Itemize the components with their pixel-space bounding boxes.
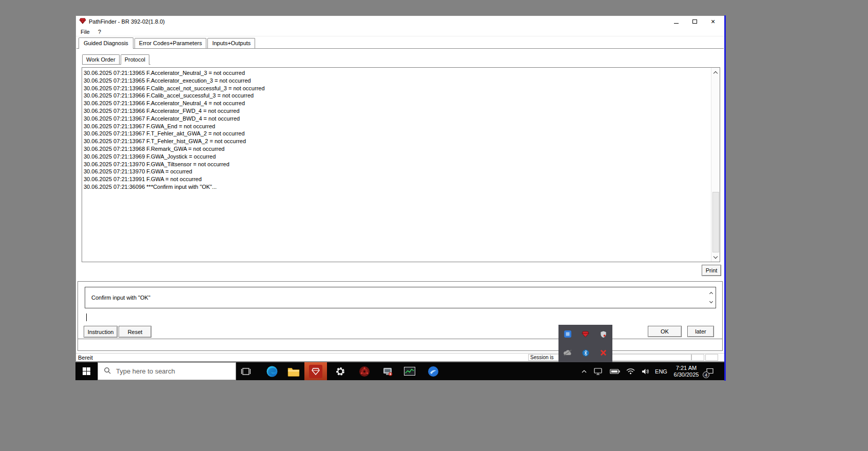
log-line: 30.06.2025 07:21:13966 F.Calib_accel_not… bbox=[84, 85, 710, 92]
status-panel-2 bbox=[705, 354, 718, 361]
clock-time: 7:21 AM bbox=[676, 365, 697, 371]
log-lines: 30.06.2025 07:21:13965 F.Accelerator_Neu… bbox=[84, 69, 710, 262]
reset-button[interactable]: Reset bbox=[119, 326, 151, 338]
taskbar-search-input[interactable]: Type here to search bbox=[98, 362, 236, 380]
cloud-offline-icon[interactable] bbox=[558, 344, 576, 363]
taskbar: Type here to search bbox=[75, 362, 725, 380]
red-x-icon[interactable] bbox=[594, 344, 612, 363]
status-panel-1 bbox=[691, 354, 704, 361]
notification-badge: 4 bbox=[703, 371, 709, 378]
log-scrollbar[interactable] bbox=[711, 68, 720, 262]
window-title: PathFinder - BR 392-02(1.8.0) bbox=[89, 18, 165, 25]
scroll-thumb[interactable] bbox=[712, 192, 719, 252]
log-line: 30.06.2025 07:21:13970 F.GWA = occurred bbox=[84, 168, 710, 175]
chevron-up-icon bbox=[582, 370, 587, 373]
instruction-panel: Confirm input with "OK" Instruction Rese… bbox=[78, 281, 723, 351]
blue-app-icon[interactable] bbox=[558, 325, 576, 344]
blue-app-button[interactable] bbox=[422, 362, 445, 380]
message-scroll-down-icon[interactable] bbox=[709, 300, 713, 303]
protocol-log: 30.06.2025 07:21:13965 F.Accelerator_Neu… bbox=[82, 67, 720, 262]
log-line: 30.06.2025 07:21:13965 F.Accelerator_exe… bbox=[84, 77, 710, 85]
language-indicator[interactable]: ENG bbox=[653, 362, 669, 380]
speaker-button[interactable] bbox=[640, 362, 650, 380]
instruction-text: Confirm input with "OK" bbox=[91, 295, 150, 301]
chart-app-icon bbox=[404, 367, 415, 376]
search-placeholder: Type here to search bbox=[116, 367, 175, 375]
bluetooth-icon[interactable] bbox=[576, 344, 594, 363]
message-scroll-up-icon[interactable] bbox=[709, 292, 713, 296]
later-button[interactable]: later bbox=[687, 326, 714, 337]
tray-chevron-button[interactable] bbox=[580, 362, 588, 380]
chevron-up-icon bbox=[713, 71, 718, 75]
settings-taskbar-button[interactable] bbox=[329, 362, 352, 380]
tab-error-codes-parameters[interactable]: Error Codes+Parameters bbox=[134, 38, 207, 48]
tray-monitor-button[interactable] bbox=[593, 362, 603, 380]
log-line: 30.06.2025 07:21:13966 F.Calib_accel_suc… bbox=[84, 92, 710, 100]
titlebar[interactable]: PathFinder - BR 392-02(1.8.0) × bbox=[76, 16, 724, 27]
statusbar: Bereit Session is bbox=[76, 353, 724, 361]
red-ring-app-icon bbox=[359, 366, 370, 377]
start-button[interactable] bbox=[75, 362, 97, 380]
red-ring-app-button[interactable] bbox=[353, 362, 376, 380]
log-line: 30.06.2025 07:21:13967 F.GWA_End = not o… bbox=[84, 123, 710, 130]
menu-help[interactable]: ? bbox=[98, 29, 101, 35]
scroll-down-button[interactable] bbox=[711, 253, 720, 261]
text-caret bbox=[86, 313, 87, 321]
clock-date: 6/30/2025 bbox=[674, 371, 699, 378]
log-line: 30.06.2025 07:21:13965 F.Accelerator_Neu… bbox=[84, 69, 710, 77]
menubar: File ? bbox=[76, 27, 724, 36]
device-app-icon bbox=[382, 366, 393, 377]
command-input[interactable] bbox=[85, 312, 716, 323]
instruction-message-box: Confirm input with "OK" bbox=[85, 287, 716, 308]
pathfinder-taskbar-button[interactable] bbox=[304, 362, 327, 380]
tab-guided-diagnosis[interactable]: Guided Diagnosis bbox=[79, 37, 133, 49]
file-explorer-icon bbox=[287, 366, 300, 377]
edge-taskbar-button[interactable] bbox=[261, 362, 283, 380]
log-line: 30.06.2025 07:21:13967 F.Accelerator_BWD… bbox=[84, 115, 710, 123]
ok-button[interactable]: OK bbox=[648, 326, 682, 337]
defender-shield-icon[interactable] bbox=[594, 325, 612, 344]
log-line: 30.06.2025 07:21:13966 F.Accelerator_Neu… bbox=[84, 100, 710, 107]
maximize-icon bbox=[692, 19, 697, 24]
sub-tabstrip: Work Order Protocol bbox=[82, 54, 150, 65]
task-view-button[interactable] bbox=[236, 362, 256, 380]
log-line: 30.06.2025 07:21:13967 F.T_Fehler_hist_G… bbox=[84, 138, 710, 145]
tab-inputs-outputs[interactable]: Inputs+Outputs bbox=[207, 38, 255, 48]
maximize-button[interactable] bbox=[685, 16, 704, 27]
minimize-button[interactable] bbox=[667, 16, 685, 27]
edge-icon bbox=[266, 365, 278, 378]
focus-border bbox=[724, 15, 726, 381]
log-line: 30.06.2025 07:21:13991 F.GWA = not occur… bbox=[84, 175, 710, 183]
wifi-button[interactable] bbox=[625, 362, 635, 380]
tray-overflow-flyout bbox=[558, 325, 612, 362]
battery-icon bbox=[610, 369, 620, 374]
close-icon: × bbox=[711, 18, 715, 25]
device-app-button[interactable] bbox=[376, 362, 399, 380]
file-explorer-taskbar-button[interactable] bbox=[282, 362, 305, 380]
clock[interactable]: 7:21 AM 6/30/2025 bbox=[670, 362, 702, 380]
wifi-icon bbox=[626, 368, 635, 375]
chart-app-button[interactable] bbox=[398, 362, 421, 380]
windows-logo-icon bbox=[83, 367, 90, 375]
tab-work-order[interactable]: Work Order bbox=[82, 54, 120, 64]
log-line: 30.06.2025 07:21:13968 F.Remark_GWA = no… bbox=[84, 145, 710, 153]
settings-gear-icon bbox=[335, 366, 345, 377]
monitor-icon bbox=[594, 368, 602, 375]
main-tabstrip: Guided Diagnosis Error Codes+Parameters … bbox=[76, 37, 724, 49]
pathfinder-icon bbox=[309, 365, 322, 378]
battery-button[interactable] bbox=[609, 362, 620, 380]
pathfinder-window: PathFinder - BR 392-02(1.8.0) × File ? G… bbox=[75, 15, 725, 362]
action-center-button[interactable]: 4 bbox=[702, 362, 718, 380]
instruction-button[interactable]: Instruction bbox=[84, 326, 118, 338]
log-line: 30.06.2025 07:21:13966 F.Accelerator_FWD… bbox=[84, 107, 710, 115]
menu-file[interactable]: File bbox=[81, 29, 90, 35]
tab-protocol[interactable]: Protocol bbox=[121, 54, 149, 65]
log-line: 30.06.2025 07:21:13970 F.GWA_Tiltsensor … bbox=[84, 161, 710, 168]
scroll-up-button[interactable] bbox=[711, 68, 720, 76]
print-button[interactable]: Print bbox=[702, 265, 721, 276]
log-line: 30.06.2025 07:21:13967 F.T_Fehler_akt_GW… bbox=[84, 130, 710, 138]
close-button[interactable]: × bbox=[704, 16, 722, 27]
pathfinder-tray-icon[interactable] bbox=[576, 325, 594, 344]
chevron-down-icon bbox=[713, 254, 718, 258]
minimize-icon bbox=[674, 23, 679, 24]
